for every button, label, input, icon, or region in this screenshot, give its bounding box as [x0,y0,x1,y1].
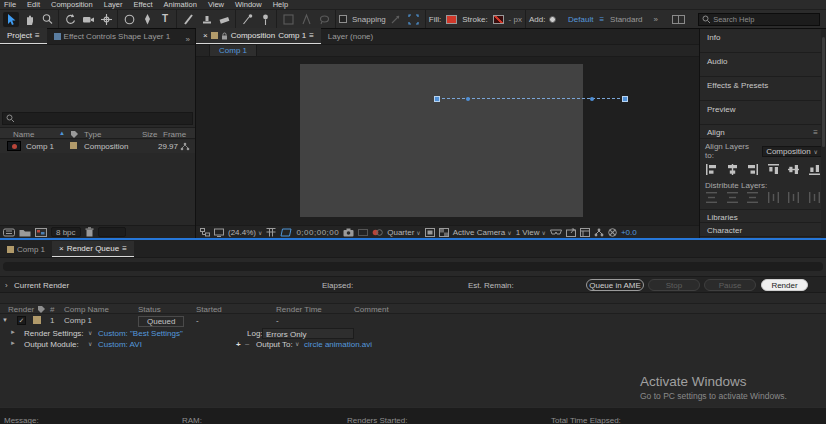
resolution-dropdown[interactable]: Quarter ∨ [387,228,421,237]
column-comp-name[interactable]: Comp Name [64,305,109,314]
current-time-display[interactable]: 0;00;00;00 [296,228,339,237]
interpret-footage-icon[interactable] [3,228,15,237]
distribute-top-icon[interactable] [706,192,717,203]
snap-target-icon[interactable] [406,12,422,27]
align-right-icon[interactable] [747,164,758,175]
composition-tab-close-icon[interactable]: × [203,31,208,40]
new-folder-icon[interactable] [19,228,31,237]
menu-effect[interactable]: Effect [133,0,152,9]
column-size[interactable]: Size [142,130,158,139]
current-render-expander-icon[interactable]: › [5,281,8,290]
snap-expand-icon[interactable] [388,12,404,27]
stereo-3d-icon[interactable] [550,228,562,236]
distribute-center-horizontal-icon[interactable] [788,192,799,203]
column-label-icon[interactable] [70,130,79,139]
menu-edit[interactable]: Edit [27,0,40,9]
lock-icon[interactable] [221,32,228,40]
project-tab-overflow-icon[interactable]: » [181,35,195,44]
composition-canvas[interactable] [300,64,583,217]
output-to-value[interactable]: circle animation.avi [304,340,372,349]
output-module-chevron-icon[interactable]: ∨ [88,340,92,347]
snapping-checkbox[interactable] [339,15,347,23]
eraser-tool-icon[interactable] [216,12,232,27]
timeline-panel-icon[interactable] [580,228,590,237]
tab-render-queue[interactable]: × Render Queue ≡ [52,241,134,257]
mask-visibility-icon[interactable] [280,228,292,237]
selection-tool-icon[interactable] [3,12,19,27]
menu-window[interactable]: Window [235,0,262,9]
panel-libraries[interactable]: Libraries [700,209,826,223]
remove-output-module-icon[interactable]: − [245,340,250,349]
pan-behind-tool-icon[interactable] [98,12,114,27]
project-bit-depth-button[interactable]: 8 bpc [51,227,81,237]
clone-stamp-tool-icon[interactable] [198,12,214,27]
render-settings-value[interactable]: Custom: "Best Settings" [98,329,183,338]
render-queue-item-row[interactable]: ▼ ✓ 1 Comp 1 Queued - - [0,315,826,327]
fill-color-swatch[interactable] [446,15,457,24]
column-render[interactable]: Render [8,305,34,314]
column-queue-label-icon[interactable] [37,305,46,314]
render-queue-close-icon[interactable]: × [59,244,64,253]
show-snapshot-icon[interactable] [358,228,368,237]
align-top-icon[interactable] [768,164,779,175]
project-item-comp1[interactable]: Comp 1 Composition 29.97 [0,140,195,153]
output-module-value[interactable]: Custom: AVI [98,340,142,349]
render-queue-menu-icon[interactable]: ≡ [122,244,127,253]
keyframe-dot-1[interactable] [466,97,470,101]
tab-effect-controls[interactable]: Effect Controls Shape Layer 1 [47,28,178,44]
magnification-dropdown[interactable]: (24.4%) ∨ [228,228,262,237]
puppet-pin-tool-icon[interactable] [257,12,273,27]
brush-tool-icon[interactable] [180,12,196,27]
keyframe-start-handle[interactable] [434,96,440,102]
render-settings-expander-icon[interactable]: ► [10,329,16,335]
render-settings-chevron-icon[interactable]: ∨ [88,329,92,336]
menu-file[interactable]: File [4,0,16,9]
align-panel-menu-icon[interactable]: ≡ [813,128,818,137]
column-status[interactable]: Status [138,305,161,314]
menu-help[interactable]: Help [273,0,288,9]
snapshot-icon[interactable] [343,228,354,237]
add-output-module-icon[interactable]: + [236,340,241,349]
menu-animation[interactable]: Animation [164,0,197,9]
output-to-chevron-icon[interactable]: ∨ [295,340,299,347]
comp-monitor-icon[interactable] [214,228,224,237]
distribute-left-icon[interactable] [768,192,779,203]
search-help-input[interactable] [713,15,816,24]
column-name[interactable]: Name [13,130,34,139]
keyframe-end-handle[interactable] [622,96,628,102]
distribute-right-icon[interactable] [809,192,820,203]
zoom-tool-icon[interactable] [39,12,55,27]
item-expander-icon[interactable]: ▼ [2,317,8,323]
workspace-switcher-icon[interactable] [672,15,685,24]
align-center-horizontal-icon[interactable] [727,164,738,175]
panel-effects-presets[interactable]: Effects & Presets [700,77,826,101]
share-view-icon[interactable] [566,228,576,237]
composition-viewer[interactable] [196,57,699,225]
transparency-grid-icon[interactable] [439,228,449,237]
pause-button[interactable]: Pause [704,279,756,291]
panel-align[interactable]: Align ≡ [700,125,826,139]
roto-brush-tool-icon[interactable] [239,12,255,27]
keyframe-dot-2[interactable] [590,97,594,101]
add-button-icon[interactable] [549,16,556,23]
stroke-color-swatch[interactable] [493,15,504,24]
workspace-standard[interactable]: Standard [610,15,642,24]
tab-timeline-comp1[interactable]: Comp 1 [0,241,52,257]
rotate-tool-icon[interactable] [62,12,78,27]
align-to-dropdown[interactable]: Composition ∨ [762,146,822,157]
panel-character[interactable]: Character [700,223,826,237]
region-of-interest-icon[interactable] [425,228,435,237]
panel-preview[interactable]: Preview [700,101,826,125]
camera-tool-icon[interactable] [80,12,96,27]
delete-icon[interactable] [85,227,94,237]
comp-flowchart-icon[interactable] [594,228,604,237]
tab-composition[interactable]: × Composition Comp 1 ≡ [196,28,321,44]
column-type[interactable]: Type [84,130,101,139]
log-dropdown[interactable]: Errors Only ∨ [262,328,354,339]
composition-panel-menu-icon[interactable]: ≡ [309,31,314,40]
menu-composition[interactable]: Composition [51,0,93,9]
menu-view[interactable]: View [208,0,224,9]
column-comment[interactable]: Comment [354,305,389,314]
render-button[interactable]: Render [761,279,808,291]
distribute-bottom-icon[interactable] [747,192,758,203]
